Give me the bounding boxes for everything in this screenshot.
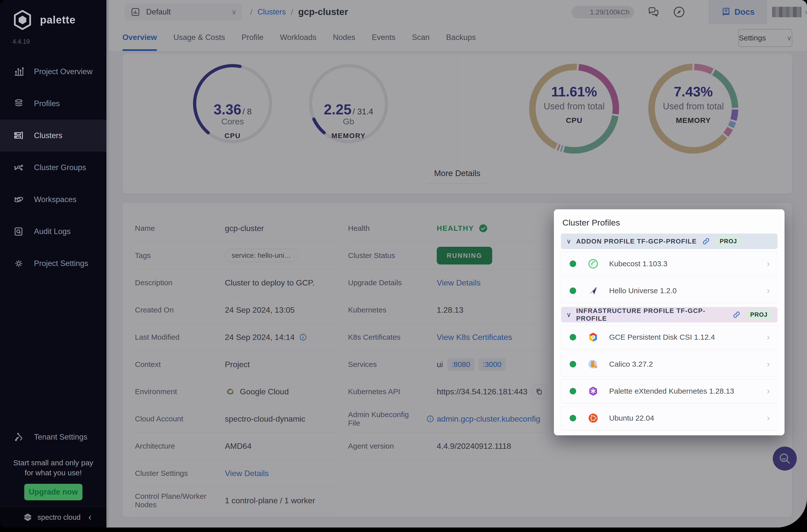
sidebar-item-label: Project Overview xyxy=(34,67,92,76)
link-icon xyxy=(702,237,710,246)
sidebar-item-label: Cluster Groups xyxy=(34,163,86,172)
link-icon xyxy=(732,310,741,319)
profile-layer-hello-universe[interactable]: Hello Universe 1.2.0 › xyxy=(561,279,777,303)
hello-universe-logo xyxy=(587,285,599,297)
sidebar-nav: Project Overview Profiles Clusters Clust… xyxy=(0,56,107,280)
sidebar-item-project-settings[interactable]: Project Settings xyxy=(0,248,107,280)
scope-badge: PROJ xyxy=(746,310,772,320)
network-icon xyxy=(13,162,24,173)
upgrade-promo-text: Start small and only pay for what you us… xyxy=(0,458,107,478)
chevron-right-icon: › xyxy=(767,332,770,342)
profile-layer-calico[interactable]: Calico 3.27.2 › xyxy=(561,352,777,376)
sidebar-collapse-icon[interactable]: ‹ xyxy=(89,512,91,522)
gce-logo xyxy=(587,331,599,343)
gear-icon xyxy=(13,258,24,269)
server-icon xyxy=(13,130,24,141)
sidebar-tenant-settings-wrap: Tenant Settings xyxy=(0,421,107,453)
status-dot xyxy=(570,334,576,340)
status-dot xyxy=(570,388,576,394)
ubuntu-logo xyxy=(587,412,599,424)
sidebar-item-label: Workspaces xyxy=(34,195,76,204)
chevron-right-icon: › xyxy=(767,285,770,296)
profile-layer-palette-extended-k8s[interactable]: Palette eXtended Kubernetes 1.28.13 › xyxy=(561,379,777,403)
bar-chart-icon xyxy=(13,66,24,77)
chevron-down-icon: ∨ xyxy=(566,238,571,245)
pxk-logo xyxy=(587,385,599,397)
orbit-icon xyxy=(13,194,24,205)
sidebar-item-clusters[interactable]: Clusters xyxy=(0,120,107,152)
sidebar-item-project-overview[interactable]: Project Overview xyxy=(0,56,107,88)
status-dot xyxy=(570,261,576,267)
layers-icon xyxy=(13,98,24,109)
main-area: Default ∨ / Clusters / gcp-cluster 1.29/… xyxy=(107,0,807,528)
calico-logo xyxy=(587,358,599,370)
infrastructure-profile-header[interactable]: ∨ INFRASTRUCTURE PROFILE TF-GCP-PROFILE … xyxy=(561,307,777,322)
status-dot xyxy=(570,361,576,367)
sidebar-item-label: Audit Logs xyxy=(34,227,71,236)
app-window: palette 4.4.19 Project Overview Profiles xyxy=(0,0,807,528)
app-version: 4.4.19 xyxy=(13,38,30,45)
chevron-right-icon: › xyxy=(767,359,770,369)
addon-profile-header[interactable]: ∨ ADDON PROFILE TF-GCP-PROFILE PROJ xyxy=(561,233,777,249)
upgrade-now-button[interactable]: Upgrade now xyxy=(24,484,82,500)
tools-icon xyxy=(13,432,24,442)
palette-logo: palette xyxy=(11,8,75,32)
cluster-profiles-panel: Cluster Profiles ∨ ADDON PROFILE TF-GCP-… xyxy=(554,209,785,435)
sidebar-footer: spectro cloud ‹ xyxy=(0,507,107,528)
sidebar-item-label: Project Settings xyxy=(34,259,88,268)
status-dot xyxy=(570,287,576,294)
profile-layer-kubecost[interactable]: Kubecost 1.103.3 › xyxy=(561,251,777,276)
sidebar: palette 4.4.19 Project Overview Profiles xyxy=(0,0,107,528)
sidebar-item-profiles[interactable]: Profiles xyxy=(0,88,107,120)
spectro-cloud-logo-icon xyxy=(22,512,34,523)
sidebar-item-label: Tenant Settings xyxy=(34,433,88,442)
cluster-profiles-title: Cluster Profiles xyxy=(562,218,777,228)
spectro-cloud-brand: spectro cloud xyxy=(22,512,81,523)
palette-logo-icon xyxy=(11,8,34,32)
sidebar-item-label: Clusters xyxy=(34,131,62,140)
profile-layer-ubuntu[interactable]: Ubuntu 22.04 › xyxy=(561,406,777,430)
sidebar-item-workspaces[interactable]: Workspaces xyxy=(0,184,107,215)
sidebar-item-cluster-groups[interactable]: Cluster Groups xyxy=(0,152,107,184)
status-dot xyxy=(570,415,576,421)
chevron-down-icon: ∨ xyxy=(566,311,571,319)
brand-name: spectro cloud xyxy=(37,513,81,521)
chevron-right-icon: › xyxy=(767,413,770,423)
kubecost-logo xyxy=(587,258,599,270)
chevron-right-icon: › xyxy=(767,259,770,269)
sidebar-item-label: Profiles xyxy=(34,99,60,108)
chevron-right-icon: › xyxy=(767,386,770,396)
profile-layer-gce-csi[interactable]: GCE Persistent Disk CSI 1.12.4 › xyxy=(561,325,777,349)
sidebar-item-tenant-settings[interactable]: Tenant Settings xyxy=(0,421,107,453)
sidebar-item-audit-logs[interactable]: Audit Logs xyxy=(0,215,107,248)
scope-badge: PROJ xyxy=(715,236,742,246)
audit-icon xyxy=(13,226,24,237)
logo-wordmark: palette xyxy=(40,14,75,26)
